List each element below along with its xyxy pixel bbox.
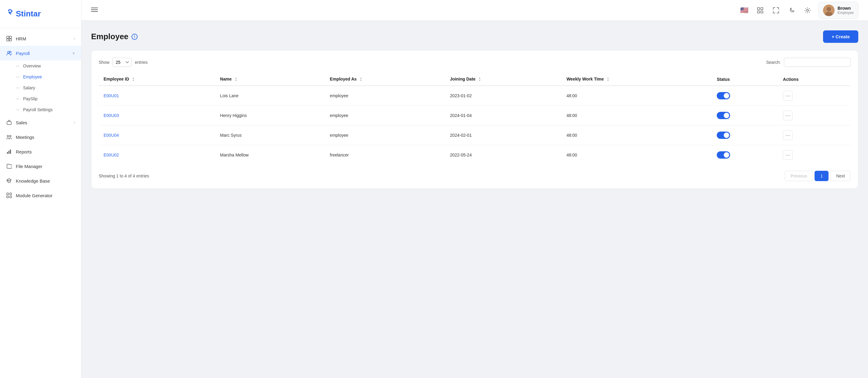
svg-point-24 [807,9,808,11]
employee-id-link[interactable]: E00U02 [103,152,119,157]
cell-status [712,86,778,106]
cell-joining-date: 2023-01-02 [445,86,562,106]
page-1-button[interactable]: 1 [814,171,829,181]
col-header-employed-as[interactable]: Employed As ▲▼ [325,73,445,86]
svg-rect-15 [7,196,8,198]
entries-select[interactable]: 10 25 50 100 [112,58,132,67]
cell-employee-id: E00U03 [99,106,215,125]
user-info: Brown Employee [838,6,854,15]
next-button[interactable]: Next [830,171,851,181]
employee-id-link[interactable]: E00U01 [103,93,119,98]
sidebar-item-file-manager[interactable]: File Manager [0,159,81,174]
show-label: Show [99,60,109,65]
content-area: Employee i + Create Show 10 25 50 100 en… [82,21,868,378]
svg-rect-1 [7,36,9,38]
apps-grid-icon[interactable] [755,5,765,15]
sidebar-item-payroll[interactable]: Payroll ∨ [0,46,81,60]
table-row: E00U04 Marc Syrus employee 2024-02-01 48… [99,125,851,145]
action-menu-button[interactable]: ⋯ [783,111,793,120]
sidebar-item-salary[interactable]: Salary [16,82,81,93]
sidebar-item-hrm[interactable]: HRM › [0,31,81,46]
sidebar: Stintar HRM › Payroll ∨ Overview [0,0,82,378]
col-header-employee-id[interactable]: Employee ID ▲▼ [99,73,215,86]
sidebar-item-reports[interactable]: Reports [0,144,81,159]
col-header-weekly-work-time[interactable]: Weekly Work Time ▲▼ [562,73,712,86]
sidebar-item-payroll-settings[interactable]: Payroll Settings [16,104,81,115]
svg-rect-13 [7,193,8,195]
svg-rect-23 [761,11,763,13]
action-menu-button[interactable]: ⋯ [783,91,793,100]
cell-name: Henry Higgins [215,106,325,125]
sidebar-item-salary-label: Salary [23,85,35,90]
previous-button[interactable]: Previous [785,171,813,181]
avatar [823,5,835,16]
svg-rect-14 [10,193,11,195]
status-toggle[interactable] [717,132,730,139]
sidebar-item-module-generator-label: Module Generator [16,193,53,198]
sidebar-item-sales[interactable]: Sales › [0,115,81,130]
flag-icon[interactable]: 🇺🇸 [740,5,749,15]
svg-rect-22 [757,11,760,13]
settings-icon[interactable] [803,5,812,15]
cell-weekly-work-time: 48:00 [562,106,712,125]
sidebar-item-employee[interactable]: Employee [16,71,81,82]
sidebar-item-module-generator[interactable]: Module Generator [0,188,81,203]
user-profile[interactable]: Brown Employee [818,2,858,19]
header-left [91,7,98,14]
svg-point-26 [827,7,831,11]
sort-icon-employed-as: ▲▼ [360,77,362,82]
employee-table: Employee ID ▲▼ Name ▲▼ Employed As ▲▼ [99,73,851,165]
cell-actions: ⋯ [778,145,851,165]
graduation-icon [6,178,12,184]
status-toggle[interactable] [717,92,730,99]
header-right: 🇺🇸 Brown Employee [740,2,858,19]
cell-status [712,106,778,125]
cell-employed-as: employee [325,125,445,145]
table-head: Employee ID ▲▼ Name ▲▼ Employed As ▲▼ [99,73,851,86]
cell-employed-as: freelancer [325,145,445,165]
employee-id-link[interactable]: E00U03 [103,113,119,118]
svg-rect-4 [9,39,11,41]
user-name: Brown [838,6,854,11]
table-card: Show 10 25 50 100 entries Search: [91,50,858,189]
svg-rect-21 [761,8,763,10]
logo: Stintar [0,0,81,28]
sidebar-item-sales-label: Sales [16,120,27,125]
sidebar-item-overview[interactable]: Overview [16,60,81,71]
briefcase-icon [6,119,12,125]
sidebar-item-payslip[interactable]: PaySlip [16,93,81,104]
cell-actions: ⋯ [778,125,851,145]
folder-icon [6,163,12,169]
dark-mode-icon[interactable] [787,5,797,15]
info-icon[interactable]: i [131,34,137,40]
col-header-name[interactable]: Name ▲▼ [215,73,325,86]
cell-status [712,125,778,145]
create-button[interactable]: + Create [823,30,858,43]
chart-icon [6,149,12,155]
cell-joining-date: 2022-05-24 [445,145,562,165]
action-menu-button[interactable]: ⋯ [783,130,793,140]
sidebar-item-employee-label: Employee [23,75,42,79]
fullscreen-icon[interactable] [771,5,781,15]
sidebar-nav: HRM › Payroll ∨ Overview Employee Salary… [0,28,81,378]
grid-icon [6,35,12,41]
status-toggle[interactable] [717,151,730,158]
employee-id-link[interactable]: E00U04 [103,133,119,138]
table-row: E00U02 Marsha Mellow freelancer 2022-05-… [99,145,851,165]
col-header-status: Status [712,73,778,86]
show-entries-control: Show 10 25 50 100 entries [99,58,148,67]
search-input[interactable] [784,58,851,67]
users-icon [6,50,12,56]
status-toggle[interactable] [717,112,730,119]
sidebar-item-meetings-label: Meetings [16,135,34,140]
action-menu-button[interactable]: ⋯ [783,150,793,160]
sidebar-item-payroll-settings-label: Payroll Settings [23,107,53,112]
hamburger-button[interactable] [91,7,98,14]
cell-status [712,145,778,165]
sidebar-item-knowledge-base[interactable]: Knowledge Base [0,174,81,188]
sidebar-item-meetings[interactable]: Meetings [0,130,81,144]
page-title: Employee [91,32,128,41]
svg-rect-12 [10,149,11,154]
cell-weekly-work-time: 48:00 [562,86,712,106]
col-header-joining-date[interactable]: Joining Date ▲▼ [445,73,562,86]
